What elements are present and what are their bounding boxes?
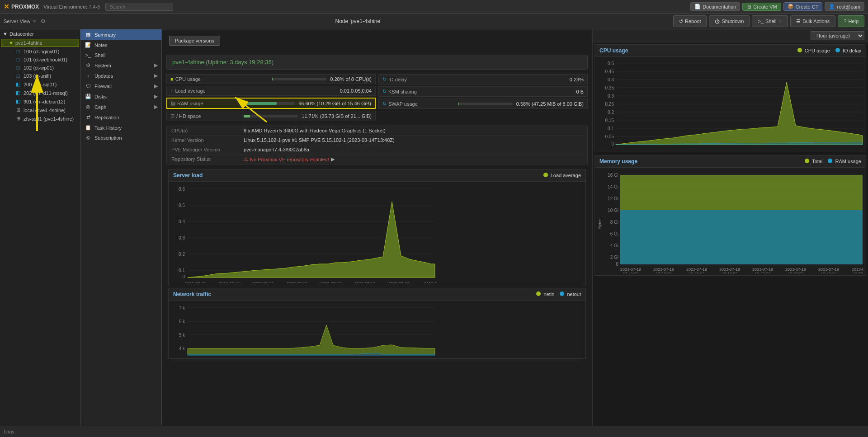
shell-button[interactable]: >_ Shell ▼ (752, 15, 788, 27)
sidebar-item-ct-nginx01[interactable]: □ 100 (ct-nginx01) (0, 47, 80, 56)
nav-item-ceph[interactable]: ◎ Ceph ▶ (80, 102, 161, 112)
sidebar-item-vm-sql01[interactable]: ◧ 200 (vm-sql01) (0, 80, 80, 89)
system-icon: ⚙ (84, 62, 92, 68)
sidebar-item-label: 901 (vm-debian12) (24, 99, 65, 104)
svg-text:0.5: 0.5 (179, 203, 185, 208)
search-input[interactable] (105, 3, 173, 11)
memory-chart-header: Memory usage Total RAM usage (595, 155, 866, 168)
nav-label: Firewall (94, 84, 112, 89)
ram-usage-label: ▤ RAM usage (171, 100, 237, 106)
svg-text:0.4: 0.4 (179, 219, 185, 224)
svg-text:18:19:00: 18:19:00 (722, 272, 737, 273)
nav-item-subscription[interactable]: © Subscription (80, 133, 161, 143)
sidebar-item-ct-webhook01[interactable]: □ 101 (ct-webhook01) (0, 56, 80, 64)
documentation-button[interactable]: 📄 Documentation (690, 2, 740, 11)
user-button[interactable]: 👤 root@pam (825, 2, 864, 11)
ram-progress-bar (241, 102, 295, 105)
cpu-info-row: CPU(s) 8 x AMD Ryzen 5 3400G with Radeon… (167, 126, 587, 136)
total-legend: Total (805, 159, 822, 164)
sidebar-item-datacenter[interactable]: ▼ Datacenter (0, 29, 80, 38)
repo-status-value[interactable]: ⚠ No Proxmox VE repository enabled! ▶ (244, 156, 583, 162)
swap-progress-bar (458, 103, 513, 105)
nav-item-shell[interactable]: >_ Shell (80, 50, 161, 60)
hd-progress-bar (244, 115, 298, 117)
repo-status-label: Repository Status (171, 156, 244, 162)
pve-manager-label: PVE Manager Version (171, 147, 244, 152)
sidebar-item-label: 200 (vm-sql01) (24, 82, 57, 87)
nav-label: Subscription (94, 135, 122, 141)
load-avg-value: 0.01,0.05,0.04 (340, 88, 372, 94)
sidebar-item-ct-wp01[interactable]: □ 102 (ct-wp01) (0, 64, 80, 72)
package-versions-button[interactable]: Package versions (169, 36, 220, 46)
hd-space-label: ⊡ / HD space (170, 113, 240, 119)
sidebar-item-local[interactable]: ⊞ local (pve1-4shine) (0, 106, 80, 114)
shell-icon: >_ (758, 19, 764, 24)
logo-x: ✕ (4, 3, 9, 11)
svg-text:2023-07-19: 2023-07-19 (719, 267, 740, 272)
nav-item-disks[interactable]: 💾 Disks ▶ (80, 91, 161, 102)
help-button[interactable]: ? Help (838, 15, 864, 27)
sidebar-item-vm-d11-mssql[interactable]: ◧ 202 (vm-d11-mssql) (0, 89, 80, 97)
nav-item-updates[interactable]: ↑ Updates ▶ (80, 70, 161, 81)
svg-marker-39 (188, 325, 435, 354)
reboot-button[interactable]: ↺ Reboot (673, 15, 707, 27)
disks-icon: 💾 (84, 94, 92, 99)
create-ct-button[interactable]: 📦 Create CT (783, 2, 823, 11)
nav-item-notes[interactable]: 📝 Notes (80, 40, 161, 50)
sidebar-item-node[interactable]: ▼ pve1-4shine (1, 39, 79, 47)
netout-dot (560, 291, 564, 296)
svg-text:6 Gi: 6 Gi (610, 231, 618, 236)
svg-text:0.5: 0.5 (608, 61, 614, 66)
kernel-label: Kernel Version (171, 137, 244, 143)
hd-progress-fill (244, 115, 250, 117)
summary-icon: ▦ (84, 32, 92, 38)
nav-item-summary[interactable]: ▦ Summary (80, 29, 161, 40)
ram-usage-dot (828, 159, 832, 163)
expand-arrow-icon: ▶ (154, 73, 158, 79)
bulk-actions-button[interactable]: ☰ Bulk Actions (790, 15, 835, 27)
nav-label: Updates (94, 73, 113, 79)
time-range-select[interactable]: Hour (average) Day (average) Week (avera… (811, 31, 864, 40)
nav-item-task-history[interactable]: 📋 Task History (80, 122, 161, 133)
storage-icon: ⊞ (14, 107, 22, 113)
swap-row: ↻ SWAP usage 0.58% (47.25 MiB of 8.00 Gi… (378, 99, 588, 109)
nav-item-replication[interactable]: ⇄ Replication (80, 112, 161, 122)
summary-panel: pve1-4shine (Uptime: 3 days 19:28:36) ■ … (162, 52, 592, 363)
ct-icon: □ (14, 49, 22, 54)
nav-label: System (94, 63, 111, 68)
svg-text:2023-07-19: 2023-07-19 (185, 282, 206, 283)
svg-text:0.4: 0.4 (608, 77, 614, 82)
svg-text:0.3: 0.3 (608, 94, 614, 99)
nav-item-system[interactable]: ⚙ System ▶ (80, 60, 161, 70)
svg-text:10 Gi: 10 Gi (608, 208, 618, 213)
svg-text:2023-07-19: 2023-07-19 (620, 267, 641, 272)
cpu-chart-title: CPU usage (599, 47, 797, 54)
svg-text:5 k: 5 k (179, 333, 185, 338)
cpu-usage-row: ■ CPU usage 0.28% of 8 CPU(s) (166, 74, 376, 84)
svg-text:2023-07-19: 2023-07-19 (354, 282, 375, 283)
sidebar-item-zfs-ssd1[interactable]: ⊞ zfs-ssd1 (pve1-4shine) (0, 114, 80, 123)
nav-item-firewall[interactable]: 🛡 Firewall ▶ (80, 81, 161, 91)
gear-icon[interactable]: ⚙ (41, 18, 46, 24)
server-view-label: Server View ▼ (4, 19, 37, 24)
svg-text:2023-07-19: 2023-07-19 (653, 267, 674, 272)
load-avg-row: ≡ Load average 0.01,0.05,0.04 (166, 86, 376, 96)
server-load-title: Server load (173, 172, 543, 179)
cpu-usage-legend: CPU usage (797, 48, 830, 53)
sidebar-item-vm-debian12[interactable]: ◧ 901 (vm-debian12) (0, 97, 80, 106)
create-vm-button[interactable]: 🖥 Create VM (742, 3, 781, 11)
nav-label: Disks (94, 94, 107, 99)
datacenter-icon: ▼ (3, 31, 8, 37)
svg-text:18:09:00: 18:09:00 (689, 272, 704, 273)
io-delay-dot (835, 48, 840, 52)
logo: ✕ PROXMOX (4, 3, 39, 11)
error-icon: ⚠ (244, 156, 248, 162)
cpu-usage-chart: CPU usage CPU usage IO delay (594, 44, 866, 151)
sidebar-item-ct-unifi[interactable]: □ 103 (ct-unifi) (0, 72, 80, 80)
shutdown-button[interactable]: ⏻ Shutdown (709, 15, 750, 27)
network-traffic-header: Network traffic netin netout (169, 288, 585, 301)
middle-area: ▦ Summary 📝 Notes >_ Shell ⚙ System ▶ ↑ … (80, 29, 868, 426)
arrow-icon: ▶ (331, 156, 335, 162)
cpu-usage-label: ■ CPU usage (170, 76, 269, 82)
svg-text:17:49:00: 17:49:00 (623, 272, 638, 273)
